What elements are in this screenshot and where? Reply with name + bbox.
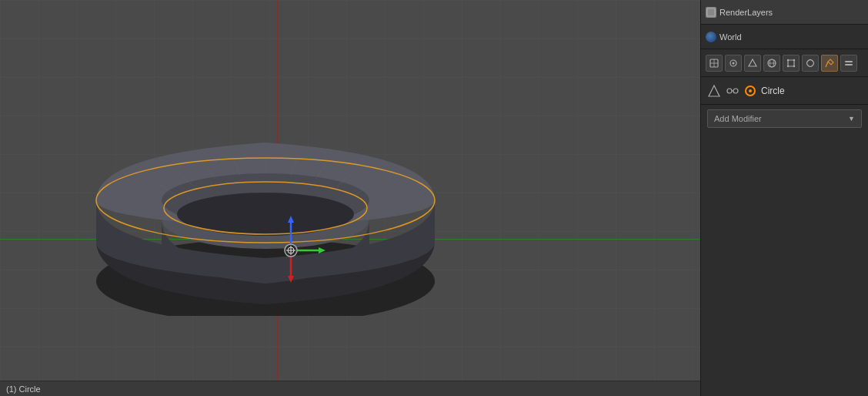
svg-point-37: [787, 59, 789, 60]
svg-point-39: [787, 65, 789, 66]
object-transform-icon[interactable]: [707, 84, 721, 98]
dropdown-arrow-icon: ▼: [848, 115, 855, 122]
transform-gizmo[interactable]: [252, 212, 329, 289]
status-text: (1) Circle: [6, 384, 41, 394]
object-name-label: Circle: [761, 86, 785, 96]
svg-point-48: [749, 89, 752, 92]
constraints-icon[interactable]: [802, 55, 819, 72]
svg-point-31: [733, 62, 735, 64]
svg-rect-42: [845, 61, 853, 62]
svg-rect-36: [788, 60, 794, 66]
object-relations-icon[interactable]: [726, 84, 739, 98]
right-panel: RenderLayers World: [700, 0, 868, 396]
svg-point-40: [793, 65, 795, 66]
toolbar-icons-row: [701, 49, 868, 77]
svg-marker-32: [749, 59, 756, 66]
object-properties-icon[interactable]: [783, 55, 800, 72]
viewport[interactable]: (1) Circle: [0, 0, 700, 396]
svg-marker-20: [288, 276, 294, 283]
object-type-icon: [744, 85, 756, 97]
object-name-row: Circle: [701, 77, 868, 105]
svg-point-38: [793, 59, 795, 60]
render-layers-label: RenderLayers: [719, 8, 773, 17]
add-modifier-row[interactable]: Add Modifier ▼: [701, 105, 868, 133]
world-icon: [706, 32, 716, 42]
svg-marker-16: [288, 216, 294, 223]
svg-rect-26: [709, 10, 713, 15]
world-properties-icon[interactable]: [763, 55, 780, 72]
add-modifier-label: Add Modifier: [714, 114, 762, 123]
svg-marker-18: [319, 247, 326, 253]
svg-point-44: [727, 89, 732, 93]
world-label: World: [719, 32, 742, 42]
render-layers-icon: [706, 7, 716, 18]
status-bar: (1) Circle: [0, 381, 700, 396]
render-layers-row[interactable]: RenderLayers: [701, 0, 868, 25]
scene-properties-icon[interactable]: [744, 55, 761, 72]
svg-line-41: [826, 62, 828, 67]
render-icon[interactable]: [725, 55, 742, 72]
modifier-icon[interactable]: [821, 55, 838, 72]
add-modifier-dropdown[interactable]: Add Modifier ▼: [707, 109, 862, 128]
svg-rect-43: [845, 64, 853, 65]
data-icon[interactable]: [840, 55, 857, 72]
svg-point-45: [733, 89, 738, 93]
world-row[interactable]: World: [701, 25, 868, 49]
mesh-icon[interactable]: [706, 55, 723, 72]
panel-content-area: [701, 133, 868, 396]
